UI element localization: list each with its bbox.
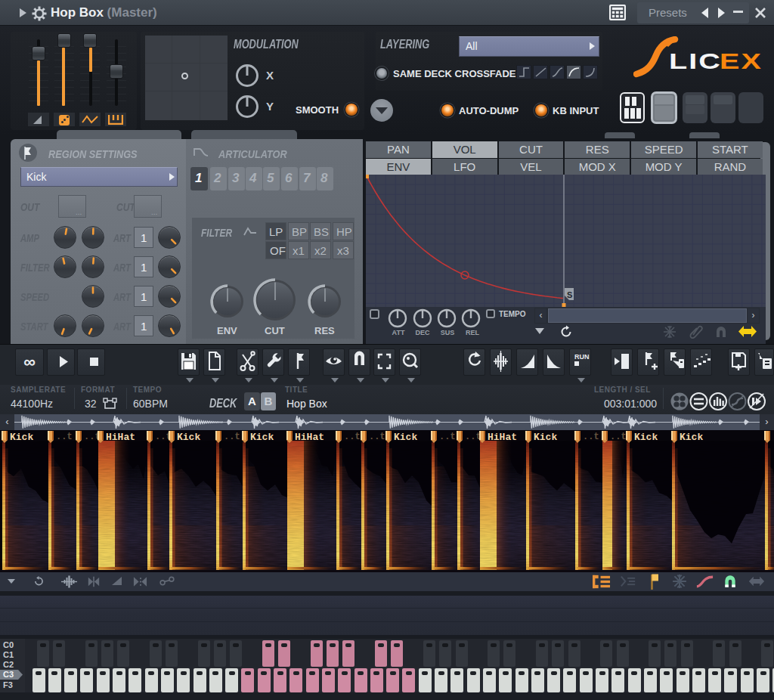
svg-text:EX: EX (720, 48, 763, 73)
svg-text:LIC: LIC (669, 48, 722, 73)
svg-text:∞: ∞ (23, 352, 36, 371)
svg-text:S: S (567, 290, 572, 299)
svg-text:RUN: RUN (574, 353, 590, 361)
